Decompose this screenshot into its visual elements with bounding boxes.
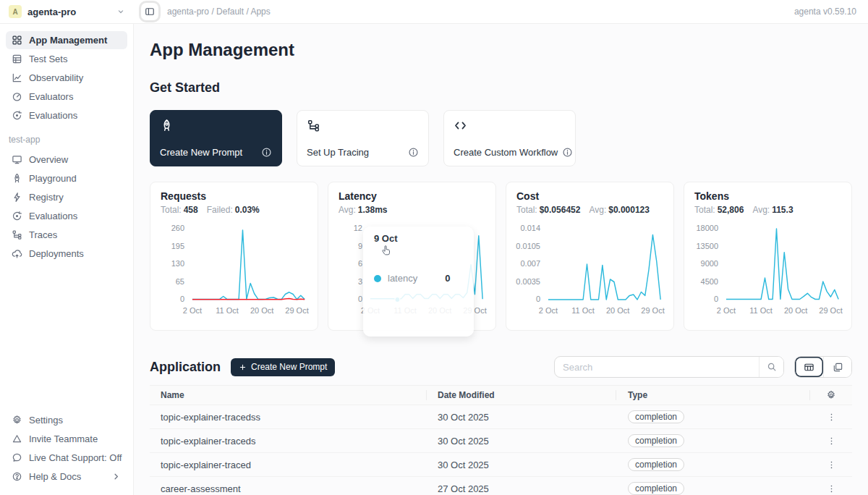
sidebar-item-live-chat-support-off[interactable]: Live Chat Support: Off: [6, 449, 127, 467]
search-box: [554, 356, 784, 378]
table-row[interactable]: topic-explainer-traced 30 Oct 2025 compl…: [150, 453, 852, 477]
x-axis-labels: 2 Oct11 Oct20 Oct29 Oct: [725, 306, 841, 318]
row-menu-button[interactable]: [822, 411, 841, 423]
chart-title: Cost: [516, 190, 663, 202]
gear-icon: [826, 390, 836, 400]
sidebar-item-evaluations[interactable]: Evaluations: [6, 106, 127, 124]
app-type-badge: completion: [628, 482, 684, 495]
table-row[interactable]: career-assessment 27 Oct 2025 completion: [150, 477, 852, 495]
cloud-icon: [12, 248, 22, 259]
table-view-icon: [804, 362, 814, 373]
plus-icon: [239, 363, 247, 371]
sidebar-item-label: Playground: [29, 173, 77, 184]
create-custom-workflow-card[interactable]: Create Custom Workflow: [443, 110, 576, 166]
chart-stats: Total:458Failed:0.03%: [161, 205, 307, 215]
top-bar: A agenta-pro agenta-pro / Default / Apps…: [0, 0, 868, 24]
app-date-modified: 30 Oct 2025: [427, 436, 616, 447]
table-row[interactable]: topic-explainer-tracedss 30 Oct 2025 com…: [150, 405, 852, 429]
sidebar-item-overview[interactable]: Overview: [6, 151, 127, 169]
app-name: career-assessment: [150, 483, 427, 494]
kebab-menu-icon: [827, 460, 836, 470]
main-content: App Management Get Started Create New Pr…: [134, 24, 868, 495]
create-new-prompt-card[interactable]: Create New Prompt: [150, 110, 282, 166]
table-view-button[interactable]: [795, 357, 823, 377]
tree-icon: [12, 229, 22, 240]
monitor-icon: [12, 154, 22, 165]
app-date-modified: 30 Oct 2025: [427, 412, 616, 423]
sidebar-collapse-button[interactable]: [141, 3, 158, 20]
sidebar-item-label: App Management: [29, 35, 107, 46]
search-input[interactable]: [555, 362, 759, 373]
sidebar-item-label: Test Sets: [29, 54, 67, 64]
grid-icon: [12, 35, 22, 46]
app-type-badge: completion: [628, 434, 684, 447]
requests-metric-card: Requests Total:458Failed:0.03% 260195130…: [150, 182, 318, 331]
sidebar-item-help-docs[interactable]: Help & Docs: [6, 468, 127, 486]
sidebar-item-evaluators[interactable]: Evaluators: [6, 88, 127, 106]
tooltip-series-name: latency: [388, 273, 417, 284]
chart-plot[interactable]: [547, 224, 663, 303]
help-icon: [12, 471, 22, 482]
chat-icon: [12, 452, 22, 463]
card-label: Create New Prompt: [160, 147, 242, 158]
sidebar-item-settings[interactable]: Settings: [6, 411, 127, 429]
row-menu-button[interactable]: [822, 435, 841, 447]
table-row[interactable]: topic-explainer-traceds 30 Oct 2025 comp…: [150, 429, 852, 453]
column-header-name[interactable]: Name: [150, 390, 427, 400]
chart-title: Tokens: [694, 190, 841, 202]
sidebar-item-label: Live Chat Support: Off: [29, 452, 122, 463]
sidebar-item-label: Settings: [29, 415, 63, 426]
app-name: topic-explainer-traced: [150, 460, 427, 470]
breadcrumb[interactable]: agenta-pro / Default / Apps: [167, 7, 271, 17]
search-icon: [767, 362, 777, 372]
workspace-name: agenta-pro: [27, 7, 111, 17]
sidebar-item-traces[interactable]: Traces: [6, 226, 127, 244]
app-date-modified: 30 Oct 2025: [427, 460, 616, 470]
search-button[interactable]: [759, 357, 783, 377]
info-icon[interactable]: [408, 147, 419, 158]
stat: Total:52,806: [694, 205, 744, 215]
application-header: Application Create New Prompt: [150, 356, 852, 378]
chart-stats: Avg:1.38ms: [339, 205, 485, 215]
list-icon: [12, 54, 22, 64]
chart-plot[interactable]: [191, 224, 307, 303]
info-icon[interactable]: [562, 147, 573, 158]
metric-charts-row: Requests Total:458Failed:0.03% 260195130…: [150, 182, 852, 331]
x-axis-labels: 2 Oct11 Oct20 Oct29 Oct: [547, 306, 663, 318]
sidebar-item-label: Overview: [29, 154, 68, 165]
row-menu-button[interactable]: [822, 483, 841, 495]
workspace-selector[interactable]: A agenta-pro: [0, 5, 134, 18]
column-header-type[interactable]: Type: [616, 390, 810, 400]
series-dot: [374, 275, 381, 282]
chart-title: Requests: [161, 190, 307, 202]
gauge-icon: [12, 91, 22, 102]
sidebar-item-label: Traces: [29, 229, 57, 240]
sidebar-item-app-management[interactable]: App Management: [6, 31, 127, 49]
card-view-button[interactable]: [823, 357, 851, 377]
refresh-icon: [12, 211, 22, 221]
chart-plot[interactable]: [725, 224, 841, 303]
column-header-date-modified[interactable]: Date Modified: [427, 390, 616, 400]
cursor-icon: [380, 245, 463, 257]
chevron-down-icon: [116, 7, 125, 16]
chart-stats: Total:52,806Avg:115.3: [694, 205, 841, 215]
sidebar-item-evaluations[interactable]: Evaluations: [6, 207, 127, 225]
sidebar-item-invite-teammate[interactable]: Invite Teammate: [6, 430, 127, 448]
app-type-badge: completion: [628, 410, 684, 423]
chart-tooltip: 9 Oct latency 0: [363, 227, 474, 337]
y-axis-labels: 260195130650: [161, 224, 191, 303]
sidebar-item-observability[interactable]: Observability: [6, 69, 127, 87]
sidebar-item-test-sets[interactable]: Test Sets: [6, 50, 127, 68]
column-settings-button[interactable]: [822, 389, 841, 402]
sidebar-item-label: Evaluators: [29, 91, 73, 102]
sidebar-item-deployments[interactable]: Deployments: [6, 245, 127, 263]
info-icon[interactable]: [261, 147, 272, 158]
create-new-prompt-button[interactable]: Create New Prompt: [231, 358, 335, 376]
rocket-icon: [12, 173, 22, 184]
set-up-tracing-card[interactable]: Set Up Tracing: [297, 110, 429, 166]
stat: Failed:0.03%: [207, 205, 260, 215]
sidebar-item-registry[interactable]: Registry: [6, 188, 127, 206]
row-menu-button[interactable]: [822, 459, 841, 471]
sidebar-item-playground[interactable]: Playground: [6, 169, 127, 187]
app-name: topic-explainer-traceds: [150, 436, 427, 447]
